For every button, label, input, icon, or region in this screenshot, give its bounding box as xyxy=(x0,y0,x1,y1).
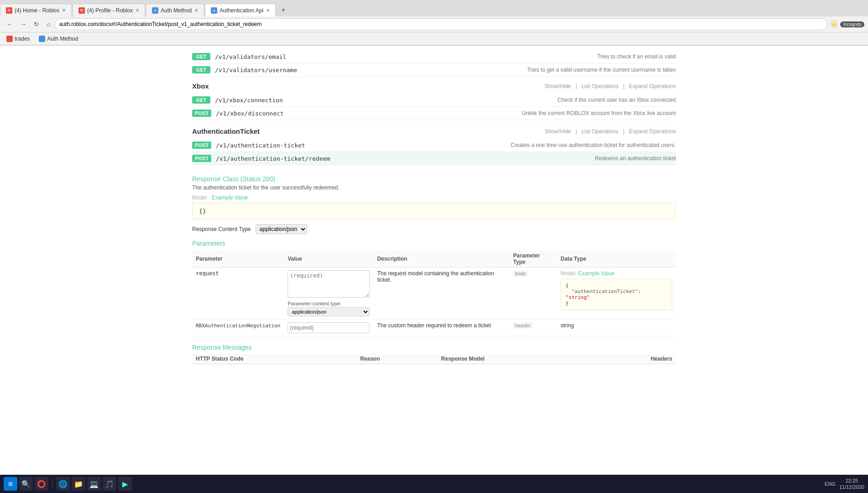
col-param-type: Parameter Type xyxy=(509,251,557,267)
xbox-connection-path: /v1/xbox/connection xyxy=(215,97,445,104)
method-get-badge-username: GET xyxy=(192,66,210,73)
validators-username-desc: Tries to get a valid username if the cur… xyxy=(445,67,676,73)
auth-redeem-desc: Redeems an authentication ticket xyxy=(446,155,676,162)
xbox-connection-desc: Check if the current user has an Xbox co… xyxy=(445,97,676,103)
param-content-type-label: Parameter content type: xyxy=(288,301,370,306)
example-value-tab[interactable]: Example Value xyxy=(212,194,248,201)
response-messages-table: HTTP Status Code Reason Response Model H… xyxy=(192,354,676,364)
reload-button[interactable]: ↻ xyxy=(31,20,42,29)
auth-ticket-row: POST /v1/authentication-ticket Creates a… xyxy=(192,139,676,152)
content-type-label: Response Content Type xyxy=(192,226,251,232)
response-class-desc: The authentication ticket for the user s… xyxy=(192,184,676,191)
bookmark-auth-method[interactable]: Auth Method xyxy=(36,35,81,43)
method-get-badge-email: GET xyxy=(192,53,210,60)
auth-ticket-list-ops[interactable]: List Operations xyxy=(581,128,618,135)
param-content-type-select[interactable]: application/json xyxy=(288,307,370,316)
method-post-badge-ticket: POST xyxy=(192,142,211,149)
page-content: GET /v1/validators/email Tries to check … xyxy=(183,46,685,396)
forward-button[interactable]: → xyxy=(17,20,29,29)
col-response-model: Response Model xyxy=(438,354,590,364)
bookmark-auth-method-label: Auth Method xyxy=(47,36,78,42)
tab-close-auth-api[interactable]: ✕ xyxy=(266,8,270,13)
tab-home[interactable]: R (4) Home - Roblox ✕ xyxy=(0,4,72,16)
method-post-badge-redeem: POST xyxy=(192,155,211,162)
tab-auth-method-label: Auth Method xyxy=(161,7,192,14)
auth-ticket-section-links: Show/Hide | List Operations | Expand Ope… xyxy=(544,128,676,135)
xbox-connection-row: GET /v1/xbox/connection Check if the cur… xyxy=(192,94,676,107)
xbox-section-links: Show/Hide | List Operations | Expand Ope… xyxy=(544,83,676,89)
validators-email-desc: Tries to check if an email is valid xyxy=(445,53,676,60)
tab-favicon-auth-method: A xyxy=(152,7,158,14)
param-row-rbx-auth: RBXAuthenticationNegotiation The custom … xyxy=(192,320,676,336)
model-label: Model xyxy=(192,194,207,201)
xbox-section-title: Xbox xyxy=(192,82,544,90)
response-class-title[interactable]: Response Class (Status 200) xyxy=(192,175,676,183)
response-class-section: Response Class (Status 200) The authenti… xyxy=(192,165,676,220)
auth-ticket-show-hide[interactable]: Show/Hide xyxy=(544,128,571,135)
col-reason: Reason xyxy=(356,354,437,364)
data-type-code-close: } xyxy=(565,300,667,306)
xbox-section-header: Xbox Show/Hide | List Operations | Expan… xyxy=(192,82,676,90)
content-type-row: Response Content Type application/json xyxy=(192,224,676,234)
incognito-badge: Incognito xyxy=(840,21,864,27)
extensions-icon[interactable]: ⭐ xyxy=(829,20,838,29)
bookmark-trades-label: trades xyxy=(15,36,30,42)
parameters-title: Parameters xyxy=(192,240,676,247)
col-parameter: Parameter xyxy=(192,251,284,267)
col-value: Value xyxy=(284,251,373,267)
method-post-badge-xbox: POST xyxy=(192,110,211,117)
new-tab-button[interactable]: + xyxy=(277,4,290,16)
back-button[interactable]: ← xyxy=(4,20,16,29)
tab-profile[interactable]: R (4) Profile - Roblox ✕ xyxy=(73,4,145,16)
bookmark-favicon-trades xyxy=(6,36,13,42)
auth-ticket-expand-ops[interactable]: Expand Operations xyxy=(629,128,676,135)
parameters-section: Parameters Parameter Value Description P… xyxy=(192,240,676,336)
col-description: Description xyxy=(373,251,509,267)
col-headers: Headers xyxy=(590,354,676,364)
bookmark-trades[interactable]: trades xyxy=(4,35,32,43)
tab-auth-api-label: Authentication Api xyxy=(220,7,263,14)
col-data-type: Data Type xyxy=(557,251,676,267)
auth-ticket-section-header: AuthenticationTicket Show/Hide | List Op… xyxy=(192,127,676,135)
home-button[interactable]: ⌂ xyxy=(44,20,53,29)
param-desc-rbx-auth: The custom header required to redeem a t… xyxy=(377,322,491,329)
param-desc-request: The request model containing the authent… xyxy=(377,270,494,283)
tab-auth-api[interactable]: A Authentication Api ✕ xyxy=(205,4,276,16)
data-type-code-line: "authenticationTicket": "string" xyxy=(565,288,667,300)
content-type-select[interactable]: application/json xyxy=(256,224,307,234)
tab-close-profile[interactable]: ✕ xyxy=(136,8,139,13)
validators-username-row: GET /v1/validators/username Tries to get… xyxy=(192,63,676,77)
nav-icons: ⭐ Incognito xyxy=(829,20,864,29)
tab-auth-method[interactable]: A Auth Method ✕ xyxy=(146,4,204,16)
tab-profile-label: (4) Profile - Roblox xyxy=(87,7,133,14)
xbox-disconnect-desc: Unlink the current ROBLOX account from t… xyxy=(446,110,676,116)
xbox-expand-ops[interactable]: Expand Operations xyxy=(629,83,676,89)
param-type-rbx-auth: header xyxy=(513,322,532,329)
response-messages-section: Response Messages HTTP Status Code Reaso… xyxy=(192,344,676,364)
browser-chrome: R (4) Home - Roblox ✕ R (4) Profile - Ro… xyxy=(0,0,868,46)
nav-bar: ← → ↻ ⌂ ⭐ Incognito xyxy=(0,16,868,32)
tab-close-home[interactable]: ✕ xyxy=(62,8,66,13)
data-type-code-block: { "authenticationTicket": "string" } xyxy=(560,278,672,310)
method-get-badge-xbox: GET xyxy=(192,96,210,104)
tab-favicon-auth-api: A xyxy=(211,7,217,14)
tab-close-auth-method[interactable]: ✕ xyxy=(194,8,198,13)
validators-email-row: GET /v1/validators/email Tries to check … xyxy=(192,50,676,63)
data-type-model-label: Model xyxy=(560,270,575,277)
param-input-rbx-auth[interactable] xyxy=(288,322,370,333)
xbox-list-ops[interactable]: List Operations xyxy=(581,83,618,89)
param-name-request: request xyxy=(196,270,219,277)
auth-redeem-row[interactable]: POST /v1/authentication-ticket/redeem Re… xyxy=(192,152,676,165)
param-input-request[interactable] xyxy=(288,270,370,298)
xbox-disconnect-row: POST /v1/xbox/disconnect Unlink the curr… xyxy=(192,107,676,120)
response-code: {} xyxy=(199,208,206,215)
auth-ticket-desc: Creates a one time use authentication ti… xyxy=(446,142,676,148)
bookmark-favicon-auth-method xyxy=(39,36,45,42)
response-messages-header-row: HTTP Status Code Reason Response Model H… xyxy=(192,354,676,364)
bottom-spacer xyxy=(192,364,676,392)
auth-ticket-path: /v1/authentication-ticket xyxy=(216,142,446,149)
xbox-show-hide[interactable]: Show/Hide xyxy=(544,83,571,89)
bookmarks-bar: trades Auth Method xyxy=(0,32,868,45)
data-type-example-link[interactable]: Example Value xyxy=(578,270,615,277)
address-bar[interactable] xyxy=(55,18,827,30)
